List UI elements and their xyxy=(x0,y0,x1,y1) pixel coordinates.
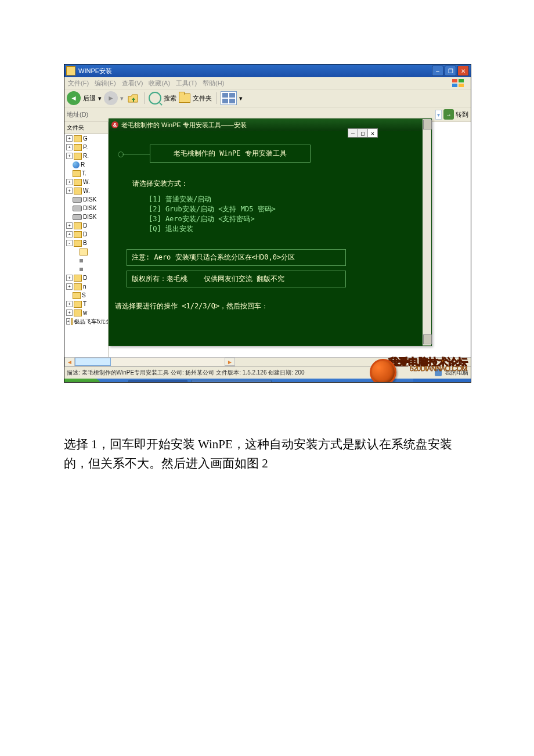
taskbar-button-2[interactable]: & 老毛桃制作的 Win… xyxy=(191,380,272,383)
expand-icon[interactable]: + xyxy=(66,135,73,142)
folder-icon xyxy=(73,170,81,177)
start-button[interactable]: 开始 xyxy=(64,379,100,383)
folders-label: 文件夹 xyxy=(193,94,212,103)
tree-item-label: D xyxy=(83,231,87,237)
menu-file[interactable]: 文件(F) xyxy=(68,79,89,88)
tree-item[interactable]: +W. xyxy=(66,186,108,195)
scroll-up-icon[interactable] xyxy=(423,120,432,129)
tree-item[interactable]: DISK xyxy=(66,195,108,204)
tree-item-label: W. xyxy=(83,179,90,185)
expand-icon[interactable]: + xyxy=(66,188,73,194)
copyright-owner: 版权所有：老毛桃 xyxy=(132,274,187,284)
tree-item-label: DISK xyxy=(83,205,96,211)
scroll-down-icon[interactable] xyxy=(423,334,432,344)
disk-icon xyxy=(73,206,82,211)
tree-item[interactable] xyxy=(66,247,108,256)
forward-button[interactable]: ► xyxy=(104,91,118,105)
menu-tools[interactable]: 工具(T) xyxy=(176,79,197,88)
quicklaunch-desktop-icon[interactable] xyxy=(117,382,125,383)
console-maximize-button[interactable]: □ xyxy=(358,129,367,137)
tree-item[interactable]: DISK xyxy=(66,213,108,221)
tree-item[interactable] xyxy=(66,265,108,273)
menu-fav[interactable]: 收藏(A) xyxy=(149,79,170,88)
menu-edit[interactable]: 编辑(E) xyxy=(95,79,116,88)
option-2: [2] Grub安装/启动 <支持 MD5 密码> xyxy=(149,204,420,214)
tree-item[interactable]: +G xyxy=(66,134,108,143)
expand-icon[interactable]: + xyxy=(66,275,73,281)
disk-icon xyxy=(73,214,82,220)
notice-box: 注意: Aero 安装项只适合系统分区在<HD0,0>分区 xyxy=(127,249,346,266)
restore-button[interactable]: ❐ xyxy=(445,66,456,76)
folder-icon xyxy=(66,66,75,75)
hscroll-right[interactable]: ► xyxy=(225,358,235,366)
tree-item[interactable]: +D xyxy=(66,230,108,239)
explorer-titlebar: WINPE安装 – ❐ ✕ xyxy=(64,64,471,77)
up-folder-icon[interactable] xyxy=(126,92,140,104)
tree-item-label: w xyxy=(83,309,87,316)
expand-icon[interactable]: + xyxy=(66,301,73,307)
stamp-badge-icon xyxy=(370,359,396,383)
spacer xyxy=(66,162,71,167)
tree-item[interactable]: R xyxy=(66,160,108,169)
go-button[interactable]: → xyxy=(443,109,454,120)
taskbar-button-1[interactable]: WINPE安装 xyxy=(128,380,187,383)
tree-item[interactable]: DISK xyxy=(66,204,108,213)
tree-leaf-icon xyxy=(80,259,83,262)
tree-item-label: D xyxy=(83,275,87,281)
folder-icon xyxy=(74,301,82,308)
folders-icon[interactable] xyxy=(179,93,190,103)
back-button[interactable]: ◄ xyxy=(67,91,81,105)
tree-item[interactable]: +W. xyxy=(66,178,108,186)
hscroll-track[interactable]: ► xyxy=(75,357,235,366)
folder-icon xyxy=(74,188,82,195)
expand-icon[interactable]: + xyxy=(66,318,70,325)
tree-item-label: DISK xyxy=(83,214,96,220)
tree-item[interactable]: +D xyxy=(66,221,108,230)
tree-item[interactable]: +P. xyxy=(66,143,108,152)
tree-item[interactable]: +极品飞车5元金硬盘版 xyxy=(66,317,108,326)
tree-item[interactable]: +D xyxy=(66,273,108,282)
console-scrollbar[interactable] xyxy=(423,119,431,345)
go-label: 转到 xyxy=(456,110,468,119)
collapse-icon[interactable]: - xyxy=(66,240,73,246)
views-icon[interactable] xyxy=(221,91,237,105)
spacer xyxy=(66,197,71,202)
expand-icon[interactable]: + xyxy=(66,283,73,290)
tree-item[interactable] xyxy=(66,256,108,265)
tree-item-label: G xyxy=(83,135,88,142)
search-icon[interactable] xyxy=(149,92,161,105)
console-close-button[interactable]: ✕ xyxy=(367,129,377,137)
spacer xyxy=(66,171,71,176)
console-minimize-button[interactable]: – xyxy=(348,129,358,137)
expand-icon[interactable]: + xyxy=(66,231,73,237)
tree-item[interactable]: +w xyxy=(66,308,108,317)
close-button[interactable]: ✕ xyxy=(457,66,469,76)
option-list: [1] 普通安装/启动 [2] Grub安装/启动 <支持 MD5 密码> [3… xyxy=(149,195,420,234)
spacer xyxy=(73,258,78,263)
tree-item[interactable]: +T xyxy=(66,300,108,308)
expand-icon[interactable]: + xyxy=(66,309,73,316)
ime-indicator[interactable]: CH xyxy=(418,383,430,383)
tree-item[interactable]: -B xyxy=(66,239,108,247)
menu-view[interactable]: 查看(V) xyxy=(122,79,143,88)
open-folder-icon xyxy=(80,249,88,255)
svg-rect-0 xyxy=(452,79,457,82)
quicklaunch-ie-icon[interactable] xyxy=(106,382,114,383)
tree-item[interactable]: +R. xyxy=(66,152,108,160)
spacer xyxy=(73,267,78,272)
tree-item[interactable]: +n xyxy=(66,282,108,291)
expand-icon[interactable]: + xyxy=(66,153,73,159)
expand-icon[interactable]: + xyxy=(66,222,73,229)
winxp-screenshot: WINPE安装 – ❐ ✕ 文件(F) 编辑(E) 查看(V) 收藏(A) 工具… xyxy=(64,64,471,383)
disk-icon xyxy=(73,197,82,203)
tree-item[interactable]: T. xyxy=(66,169,108,178)
hscroll-left[interactable]: ◄ xyxy=(64,357,75,366)
hscroll-thumb[interactable] xyxy=(75,358,111,366)
copyright-note: 仅供网友们交流 翻版不究 xyxy=(204,274,284,284)
minimize-button[interactable]: – xyxy=(432,66,443,76)
expand-icon[interactable]: + xyxy=(66,144,73,150)
tree-item[interactable]: S xyxy=(66,291,108,300)
tree-item-label: D xyxy=(83,222,87,229)
expand-icon[interactable]: + xyxy=(66,179,73,185)
menu-help[interactable]: 帮助(H) xyxy=(203,79,224,88)
